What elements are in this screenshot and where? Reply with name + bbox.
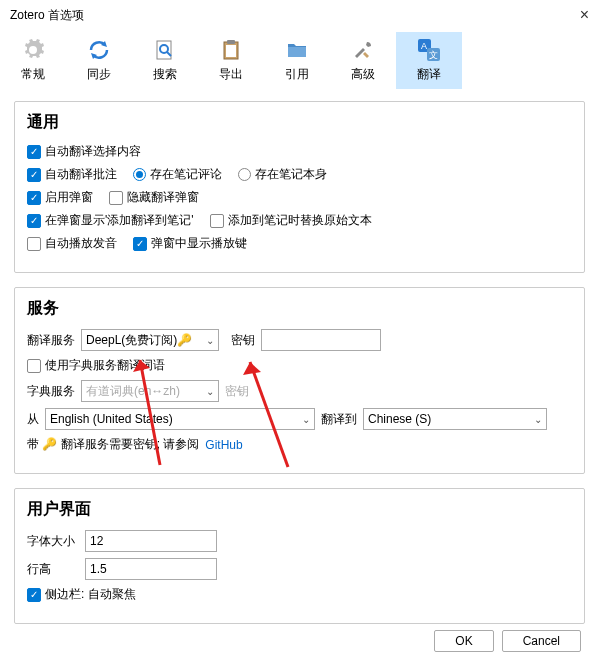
from-label: 从 [27, 411, 39, 428]
close-icon[interactable]: × [580, 6, 589, 24]
tools-icon [330, 36, 396, 64]
tab-translate[interactable]: A文 翻译 [396, 32, 462, 89]
window-title: Zotero 首选项 [10, 7, 84, 24]
tab-sync[interactable]: 同步 [66, 32, 132, 89]
services-title: 服务 [27, 298, 572, 319]
panel-general: 通用 自动翻译选择内容 自动翻译批注 存在笔记评论 存在笔记本身 启用弹窗 隐藏… [14, 101, 585, 273]
general-title: 通用 [27, 112, 572, 133]
secret-input[interactable] [261, 329, 381, 351]
svg-text:A: A [421, 41, 427, 51]
sync-icon [66, 36, 132, 64]
gear-icon [0, 36, 66, 64]
chk-auto-translate-annotation[interactable]: 自动翻译批注 [27, 166, 117, 183]
to-label: 翻译到 [321, 411, 357, 428]
panel-services: 服务 翻译服务 DeepL(免费订阅)🔑⌄ 密钥 使用字典服务翻译词语 字典服务… [14, 287, 585, 474]
toolbar: 常规 同步 搜索 导出 引用 高级 A文 翻译 [0, 30, 599, 91]
folder-icon [264, 36, 330, 64]
chevron-down-icon: ⌄ [302, 414, 310, 425]
tab-search[interactable]: 搜索 [132, 32, 198, 89]
translate-service-select[interactable]: DeepL(免费订阅)🔑⌄ [81, 329, 219, 351]
chk-hide-popup[interactable]: 隐藏翻译弹窗 [109, 189, 199, 206]
titlebar: Zotero 首选项 × [0, 0, 599, 30]
tab-export[interactable]: 导出 [198, 32, 264, 89]
content: 通用 自动翻译选择内容 自动翻译批注 存在笔记评论 存在笔记本身 启用弹窗 隐藏… [0, 91, 599, 631]
chevron-down-icon: ⌄ [206, 386, 214, 397]
svg-text:文: 文 [429, 50, 438, 60]
chk-use-dict[interactable]: 使用字典服务翻译词语 [27, 357, 165, 374]
chk-replace-original[interactable]: 添加到笔记时替换原始文本 [210, 212, 372, 229]
tab-advanced[interactable]: 高级 [330, 32, 396, 89]
translate-service-label: 翻译服务 [27, 332, 75, 349]
dict-secret-label: 密钥 [225, 383, 249, 400]
footer: OK Cancel [434, 630, 581, 652]
radio-save-comment[interactable]: 存在笔记评论 [133, 166, 222, 183]
from-lang-select[interactable]: English (United States)⌄ [45, 408, 315, 430]
github-link[interactable]: GitHub [205, 438, 242, 452]
chevron-down-icon: ⌄ [206, 335, 214, 346]
search-icon [132, 36, 198, 64]
panel-ui: 用户界面 字体大小 行高 侧边栏: 自动聚焦 [14, 488, 585, 624]
ok-button[interactable]: OK [434, 630, 493, 652]
ui-title: 用户界面 [27, 499, 572, 520]
svg-rect-5 [226, 45, 236, 57]
svg-rect-4 [227, 40, 235, 44]
to-lang-select[interactable]: Chinese (S)⌄ [363, 408, 547, 430]
line-height-label: 行高 [27, 561, 79, 578]
cancel-button[interactable]: Cancel [502, 630, 581, 652]
chk-auto-translate-selection[interactable]: 自动翻译选择内容 [27, 143, 141, 160]
svg-rect-0 [157, 41, 171, 59]
chk-sidebar-autofocus[interactable]: 侧边栏: 自动聚焦 [27, 586, 136, 603]
line-height-input[interactable] [85, 558, 217, 580]
tab-cite[interactable]: 引用 [264, 32, 330, 89]
chevron-down-icon: ⌄ [534, 414, 542, 425]
chk-show-add-note[interactable]: 在弹窗显示'添加翻译到笔记' [27, 212, 194, 229]
font-size-input[interactable] [85, 530, 217, 552]
clipboard-icon [198, 36, 264, 64]
chk-enable-popup[interactable]: 启用弹窗 [27, 189, 93, 206]
dict-service-select[interactable]: 有道词典(en↔zh)⌄ [81, 380, 219, 402]
chk-auto-play[interactable]: 自动播放发音 [27, 235, 117, 252]
tab-general[interactable]: 常规 [0, 32, 66, 89]
chk-show-play-btn[interactable]: 弹窗中显示播放键 [133, 235, 247, 252]
dict-service-label: 字典服务 [27, 383, 75, 400]
translate-icon: A文 [396, 36, 462, 64]
radio-save-body[interactable]: 存在笔记本身 [238, 166, 327, 183]
secret-label: 密钥 [231, 332, 255, 349]
services-note: 带 🔑 翻译服务需要密钥; 请参阅 [27, 436, 199, 453]
font-size-label: 字体大小 [27, 533, 79, 550]
